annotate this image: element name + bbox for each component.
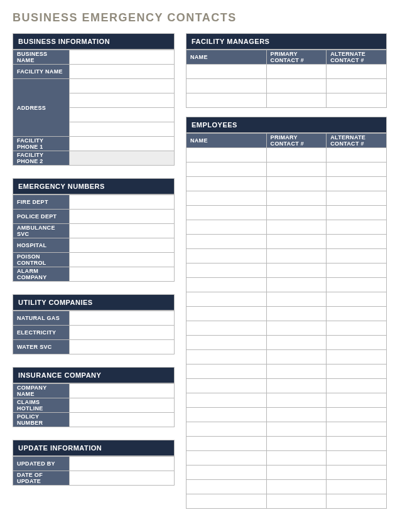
employee-cell[interactable]: [266, 466, 327, 480]
employee-cell[interactable]: [327, 321, 387, 336]
employee-cell[interactable]: [266, 177, 327, 191]
employee-cell[interactable]: [266, 307, 327, 321]
facility-manager-cell[interactable]: [327, 79, 387, 93]
employee-cell[interactable]: [266, 451, 327, 466]
utility-input[interactable]: [70, 326, 175, 340]
employee-cell[interactable]: [186, 148, 267, 162]
employee-cell[interactable]: [186, 393, 267, 408]
employee-cell[interactable]: [327, 437, 387, 451]
employee-cell[interactable]: [327, 480, 387, 494]
employee-cell[interactable]: [186, 307, 267, 321]
employee-cell[interactable]: [186, 422, 267, 437]
employee-cell[interactable]: [186, 292, 267, 307]
employee-cell[interactable]: [327, 148, 387, 162]
employee-cell[interactable]: [266, 437, 327, 451]
employee-cell[interactable]: [327, 408, 387, 422]
input-address-4[interactable]: [70, 122, 175, 137]
employee-cell[interactable]: [186, 191, 267, 206]
facility-manager-cell[interactable]: [266, 65, 327, 79]
employee-cell[interactable]: [266, 263, 327, 278]
facility-manager-cell[interactable]: [327, 93, 387, 108]
employee-cell[interactable]: [266, 494, 327, 509]
employee-cell[interactable]: [186, 278, 267, 292]
utility-input[interactable]: [70, 340, 175, 354]
emergency-input[interactable]: [70, 195, 175, 210]
employee-cell[interactable]: [266, 422, 327, 437]
emergency-input[interactable]: [70, 253, 175, 267]
employee-cell[interactable]: [266, 480, 327, 494]
employee-cell[interactable]: [186, 162, 267, 177]
employee-cell[interactable]: [266, 292, 327, 307]
employee-cell[interactable]: [186, 350, 267, 364]
employee-cell[interactable]: [266, 220, 327, 235]
input-facility-name[interactable]: [70, 65, 175, 79]
employee-cell[interactable]: [186, 206, 267, 220]
employee-cell[interactable]: [186, 177, 267, 191]
insurance-input[interactable]: [70, 413, 175, 427]
employee-cell[interactable]: [327, 451, 387, 466]
employee-cell[interactable]: [327, 350, 387, 364]
employee-cell[interactable]: [327, 263, 387, 278]
employee-cell[interactable]: [327, 292, 387, 307]
emergency-input[interactable]: [70, 210, 175, 224]
employee-cell[interactable]: [327, 379, 387, 393]
update-input[interactable]: [70, 471, 175, 486]
employee-cell[interactable]: [186, 451, 267, 466]
employee-cell[interactable]: [266, 321, 327, 336]
emergency-input[interactable]: [70, 267, 175, 282]
update-input[interactable]: [70, 457, 175, 471]
employee-cell[interactable]: [266, 249, 327, 263]
employee-cell[interactable]: [186, 494, 267, 509]
input-address-3[interactable]: [70, 108, 175, 122]
employee-cell[interactable]: [266, 191, 327, 206]
employee-cell[interactable]: [327, 191, 387, 206]
input-address-1[interactable]: [70, 79, 175, 93]
employee-cell[interactable]: [327, 466, 387, 480]
employee-cell[interactable]: [327, 220, 387, 235]
facility-manager-cell[interactable]: [186, 93, 267, 108]
facility-manager-cell[interactable]: [186, 65, 267, 79]
employee-cell[interactable]: [186, 408, 267, 422]
employee-cell[interactable]: [266, 206, 327, 220]
employee-cell[interactable]: [186, 437, 267, 451]
employee-cell[interactable]: [266, 393, 327, 408]
employee-cell[interactable]: [186, 364, 267, 379]
employee-cell[interactable]: [266, 408, 327, 422]
employee-cell[interactable]: [327, 364, 387, 379]
employee-cell[interactable]: [327, 393, 387, 408]
employee-cell[interactable]: [186, 249, 267, 263]
employee-cell[interactable]: [266, 235, 327, 249]
employee-cell[interactable]: [327, 278, 387, 292]
employee-cell[interactable]: [186, 235, 267, 249]
input-address-2[interactable]: [70, 93, 175, 108]
input-phone-2[interactable]: [70, 151, 175, 166]
employee-cell[interactable]: [327, 422, 387, 437]
facility-manager-cell[interactable]: [266, 93, 327, 108]
employee-cell[interactable]: [327, 336, 387, 350]
input-business-name[interactable]: [70, 50, 175, 65]
input-phone-1[interactable]: [70, 137, 175, 151]
employee-cell[interactable]: [186, 263, 267, 278]
employee-cell[interactable]: [266, 350, 327, 364]
employee-cell[interactable]: [186, 336, 267, 350]
facility-manager-cell[interactable]: [327, 65, 387, 79]
utility-input[interactable]: [70, 311, 175, 326]
employee-cell[interactable]: [266, 379, 327, 393]
employee-cell[interactable]: [266, 162, 327, 177]
employee-cell[interactable]: [327, 177, 387, 191]
employee-cell[interactable]: [186, 480, 267, 494]
employee-cell[interactable]: [327, 235, 387, 249]
facility-manager-cell[interactable]: [266, 79, 327, 93]
employee-cell[interactable]: [327, 307, 387, 321]
employee-cell[interactable]: [186, 379, 267, 393]
employee-cell[interactable]: [186, 321, 267, 336]
employee-cell[interactable]: [186, 466, 267, 480]
employee-cell[interactable]: [186, 220, 267, 235]
employee-cell[interactable]: [327, 162, 387, 177]
employee-cell[interactable]: [266, 148, 327, 162]
insurance-input[interactable]: [70, 384, 175, 398]
insurance-input[interactable]: [70, 398, 175, 413]
employee-cell[interactable]: [266, 364, 327, 379]
employee-cell[interactable]: [266, 336, 327, 350]
employee-cell[interactable]: [266, 278, 327, 292]
